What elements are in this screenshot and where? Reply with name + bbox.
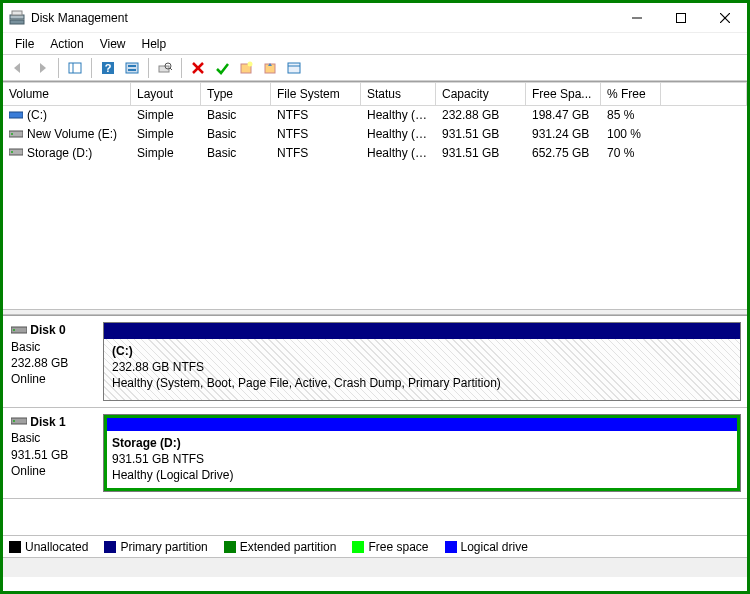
volume-free: 652.75 GB xyxy=(526,144,601,163)
column-header-pctfree[interactable]: % Free xyxy=(601,83,661,105)
volume-layout: Simple xyxy=(131,144,201,163)
properties-button[interactable] xyxy=(283,57,305,79)
legend-freespace-label: Free space xyxy=(368,540,428,554)
menu-help[interactable]: Help xyxy=(134,35,175,53)
swatch-unallocated xyxy=(9,541,21,553)
volume-capacity: 232.88 GB xyxy=(436,106,526,125)
svg-rect-26 xyxy=(9,112,23,118)
disk-graphical-pane[interactable]: Disk 0Basic232.88 GBOnline(C:)232.88 GB … xyxy=(3,315,747,535)
titlebar: Disk Management xyxy=(3,3,747,33)
disk-size: 931.51 GB xyxy=(11,448,68,462)
partition-name: Storage (D:) xyxy=(112,436,181,450)
partition-status: Healthy (Logical Drive) xyxy=(112,468,233,482)
legend-primary-label: Primary partition xyxy=(120,540,207,554)
svg-text:?: ? xyxy=(105,62,112,74)
minimize-button[interactable] xyxy=(615,4,659,32)
volume-icon xyxy=(9,146,23,160)
window-title: Disk Management xyxy=(31,11,128,25)
svg-rect-24 xyxy=(288,63,300,73)
apply-button[interactable] xyxy=(211,57,233,79)
delete-button[interactable] xyxy=(187,57,209,79)
app-icon xyxy=(9,10,25,26)
volume-capacity: 931.51 GB xyxy=(436,125,526,144)
partition-body: (C:)232.88 GB NTFSHealthy (System, Boot,… xyxy=(104,339,740,400)
svg-rect-14 xyxy=(128,65,136,67)
disk-name: Disk 1 xyxy=(30,415,65,429)
partition-map[interactable]: (C:)232.88 GB NTFSHealthy (System, Boot,… xyxy=(103,316,747,407)
maximize-button[interactable] xyxy=(659,4,703,32)
svg-marker-8 xyxy=(40,63,46,73)
partition-block[interactable]: Storage (D:)931.51 GB NTFSHealthy (Logic… xyxy=(103,414,741,493)
svg-rect-13 xyxy=(126,63,138,73)
forward-button[interactable] xyxy=(31,57,53,79)
disk-icon xyxy=(11,414,27,430)
volume-free: 931.24 GB xyxy=(526,125,601,144)
volume-name: (C:) xyxy=(27,108,47,122)
settings-button[interactable] xyxy=(121,57,143,79)
column-header-freespace[interactable]: Free Spa... xyxy=(526,83,601,105)
menu-file[interactable]: File xyxy=(7,35,42,53)
partition-block[interactable]: (C:)232.88 GB NTFSHealthy (System, Boot,… xyxy=(103,322,741,401)
svg-rect-1 xyxy=(10,15,24,19)
panels-button[interactable] xyxy=(64,57,86,79)
svg-point-30 xyxy=(11,151,13,153)
svg-point-28 xyxy=(11,133,13,135)
volume-capacity: 931.51 GB xyxy=(436,144,526,163)
legend-logical-label: Logical drive xyxy=(461,540,528,554)
disk-block[interactable]: Disk 1Basic931.51 GBOnlineStorage (D:)93… xyxy=(3,408,747,500)
svg-marker-7 xyxy=(14,63,20,73)
volume-layout: Simple xyxy=(131,125,201,144)
disk-info: Disk 1Basic931.51 GBOnline xyxy=(3,408,103,499)
volume-status: Healthy (L... xyxy=(361,144,436,163)
disk-name: Disk 0 xyxy=(30,323,65,337)
column-header-filesystem[interactable]: File System xyxy=(271,83,361,105)
toolbar-separator xyxy=(148,58,149,78)
column-header-layout[interactable]: Layout xyxy=(131,83,201,105)
column-header-capacity[interactable]: Capacity xyxy=(436,83,526,105)
svg-rect-4 xyxy=(677,13,686,22)
swatch-logical xyxy=(445,541,457,553)
close-button[interactable] xyxy=(703,4,747,32)
column-header-type[interactable]: Type xyxy=(201,83,271,105)
volume-type: Basic xyxy=(201,144,271,163)
legend-extended-label: Extended partition xyxy=(240,540,337,554)
volume-row[interactable]: New Volume (E:)SimpleBasicNTFSHealthy (L… xyxy=(3,125,747,144)
swatch-primary xyxy=(104,541,116,553)
volume-list[interactable]: Volume Layout Type File System Status Ca… xyxy=(3,81,747,309)
toolbar-separator xyxy=(58,58,59,78)
disk-block[interactable]: Disk 0Basic232.88 GBOnline(C:)232.88 GB … xyxy=(3,316,747,408)
legend-extended: Extended partition xyxy=(224,540,337,554)
partition-header xyxy=(104,323,740,339)
legend-primary: Primary partition xyxy=(104,540,207,554)
volume-fs: NTFS xyxy=(271,125,361,144)
volume-fs: NTFS xyxy=(271,106,361,125)
back-button[interactable] xyxy=(7,57,29,79)
partition-map[interactable]: Storage (D:)931.51 GB NTFSHealthy (Logic… xyxy=(103,408,747,499)
disk-type: Basic xyxy=(11,431,40,445)
svg-rect-0 xyxy=(10,20,24,24)
volume-layout: Simple xyxy=(131,106,201,125)
menu-view[interactable]: View xyxy=(92,35,134,53)
partition-info: 232.88 GB NTFS xyxy=(112,360,204,374)
volume-row[interactable]: Storage (D:)SimpleBasicNTFSHealthy (L...… xyxy=(3,144,747,163)
volume-icon xyxy=(9,109,23,123)
attach-vhd-button[interactable] xyxy=(259,57,281,79)
partition-status: Healthy (System, Boot, Page File, Active… xyxy=(112,376,501,390)
svg-point-32 xyxy=(13,329,15,331)
menu-action[interactable]: Action xyxy=(42,35,91,53)
toolbar-separator xyxy=(91,58,92,78)
svg-rect-2 xyxy=(12,11,22,15)
partition-body: Storage (D:)931.51 GB NTFSHealthy (Logic… xyxy=(104,431,740,492)
new-simple-volume-button[interactable] xyxy=(235,57,257,79)
column-header-status[interactable]: Status xyxy=(361,83,436,105)
column-header-volume[interactable]: Volume xyxy=(3,83,131,105)
refresh-scan-button[interactable] xyxy=(154,57,176,79)
volume-row[interactable]: (C:)SimpleBasicNTFSHealthy (S...232.88 G… xyxy=(3,106,747,125)
volume-pct: 85 % xyxy=(601,106,661,125)
swatch-extended xyxy=(224,541,236,553)
help-button[interactable]: ? xyxy=(97,57,119,79)
volume-fs: NTFS xyxy=(271,144,361,163)
volume-list-header: Volume Layout Type File System Status Ca… xyxy=(3,82,747,106)
disk-management-window: Disk Management File Action View Help xyxy=(0,0,750,594)
volume-name: Storage (D:) xyxy=(27,146,92,160)
